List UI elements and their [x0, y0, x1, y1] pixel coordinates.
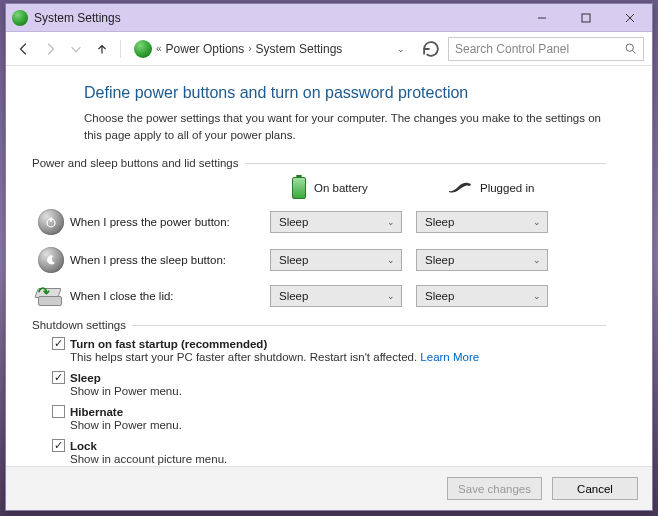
power-sleep-group: Power and sleep buttons and lid settings…	[32, 157, 606, 307]
breadcrumb[interactable]: « Power Options › System Settings ⌄	[129, 37, 414, 61]
crumb-system-settings[interactable]: System Settings	[256, 42, 343, 56]
group-header-label: Shutdown settings	[32, 319, 126, 331]
lid-battery-dropdown[interactable]: Sleep⌄	[270, 285, 402, 307]
group-header-shutdown: Shutdown settings	[32, 319, 606, 331]
titlebar: System Settings	[6, 4, 652, 32]
lid-icon: ↷	[36, 286, 66, 306]
svg-rect-1	[582, 14, 590, 22]
row-close-lid: ↷ When I close the lid: Sleep⌄ Sleep⌄	[32, 285, 606, 307]
crumb-power-options[interactable]: Power Options	[166, 42, 245, 56]
chevron-down-icon: ⌄	[533, 255, 541, 265]
sleep-item: Sleep Show in Power menu.	[52, 371, 606, 397]
sleep-label: Sleep	[70, 372, 101, 384]
chevron-down-icon: ⌄	[387, 291, 395, 301]
window-title: System Settings	[34, 11, 520, 25]
address-dropdown-icon[interactable]: ⌄	[397, 44, 409, 54]
dropdown-value: Sleep	[425, 254, 454, 266]
learn-more-link[interactable]: Learn More	[420, 351, 479, 363]
dropdown-value: Sleep	[425, 290, 454, 302]
chevron-down-icon: ⌄	[533, 291, 541, 301]
up-button[interactable]	[92, 39, 112, 59]
divider	[245, 163, 607, 164]
save-button[interactable]: Save changes	[447, 477, 542, 500]
sleep-desc: Show in Power menu.	[70, 385, 606, 397]
dropdown-value: Sleep	[425, 216, 454, 228]
back-button[interactable]	[14, 39, 34, 59]
content: Define power buttons and turn on passwor…	[6, 66, 652, 466]
app-icon	[12, 10, 28, 26]
desc-text: This helps start your PC faster after sh…	[70, 351, 420, 363]
hibernate-desc: Show in Power menu.	[70, 419, 606, 431]
sleep-checkbox[interactable]	[52, 371, 65, 384]
page-description: Choose the power settings that you want …	[84, 110, 606, 143]
chevron-down-icon: ⌄	[387, 217, 395, 227]
lid-plugged-dropdown[interactable]: Sleep⌄	[416, 285, 548, 307]
svg-line-5	[633, 51, 636, 54]
chevron-down-icon: ⌄	[533, 217, 541, 227]
maximize-button[interactable]	[564, 4, 608, 31]
sleep-icon	[38, 247, 64, 273]
window: System Settings «	[5, 3, 653, 511]
chevron-left-icon: «	[156, 43, 162, 54]
fast-startup-label: Turn on fast startup (recommended)	[70, 338, 267, 350]
sleep-battery-dropdown[interactable]: Sleep⌄	[270, 249, 402, 271]
recent-locations-button[interactable]	[66, 39, 86, 59]
forward-button[interactable]	[40, 39, 60, 59]
col-plugged: Plugged in	[448, 181, 580, 195]
col-plugged-label: Plugged in	[480, 182, 534, 194]
power-icon	[38, 209, 64, 235]
svg-point-4	[626, 44, 633, 51]
battery-icon	[292, 177, 306, 199]
chevron-right-icon: ›	[248, 43, 251, 54]
search-input[interactable]	[455, 42, 624, 56]
group-header-label: Power and sleep buttons and lid settings	[32, 157, 239, 169]
col-battery-label: On battery	[314, 182, 368, 194]
power-battery-dropdown[interactable]: Sleep⌄	[270, 211, 402, 233]
cancel-button[interactable]: Cancel	[552, 477, 638, 500]
refresh-button[interactable]	[420, 38, 442, 60]
dropdown-value: Sleep	[279, 254, 308, 266]
sleep-plugged-dropdown[interactable]: Sleep⌄	[416, 249, 548, 271]
chevron-down-icon: ⌄	[387, 255, 395, 265]
column-headers: On battery Plugged in	[32, 177, 606, 199]
window-controls	[520, 4, 652, 31]
footer: Save changes Cancel	[6, 466, 652, 510]
power-plugged-dropdown[interactable]: Sleep⌄	[416, 211, 548, 233]
search-box[interactable]	[448, 37, 644, 61]
divider	[132, 325, 606, 326]
minimize-button[interactable]	[520, 4, 564, 31]
hibernate-item: Hibernate Show in Power menu.	[52, 405, 606, 431]
lock-label: Lock	[70, 440, 97, 452]
sleep-button-label: When I press the sleep button:	[70, 254, 270, 266]
lock-checkbox[interactable]	[52, 439, 65, 452]
search-icon	[624, 42, 637, 55]
nav-separator	[120, 40, 121, 58]
power-button-label: When I press the power button:	[70, 216, 270, 228]
col-battery: On battery	[292, 177, 424, 199]
fast-startup-item: Turn on fast startup (recommended) This …	[52, 337, 606, 363]
page-title: Define power buttons and turn on passwor…	[84, 84, 606, 102]
hibernate-label: Hibernate	[70, 406, 123, 418]
row-power-button: When I press the power button: Sleep⌄ Sl…	[32, 209, 606, 235]
dropdown-value: Sleep	[279, 290, 308, 302]
shutdown-group: Shutdown settings Turn on fast startup (…	[32, 319, 606, 465]
navbar: « Power Options › System Settings ⌄	[6, 32, 652, 66]
plug-icon	[448, 181, 472, 195]
fast-startup-checkbox[interactable]	[52, 337, 65, 350]
close-button[interactable]	[608, 4, 652, 31]
close-lid-label: When I close the lid:	[70, 290, 270, 302]
group-header-buttons: Power and sleep buttons and lid settings	[32, 157, 606, 169]
control-panel-icon	[134, 40, 152, 58]
lock-desc: Show in account picture menu.	[70, 453, 606, 465]
dropdown-value: Sleep	[279, 216, 308, 228]
hibernate-checkbox[interactable]	[52, 405, 65, 418]
row-sleep-button: When I press the sleep button: Sleep⌄ Sl…	[32, 247, 606, 273]
lock-item: Lock Show in account picture menu.	[52, 439, 606, 465]
fast-startup-desc: This helps start your PC faster after sh…	[70, 351, 606, 363]
